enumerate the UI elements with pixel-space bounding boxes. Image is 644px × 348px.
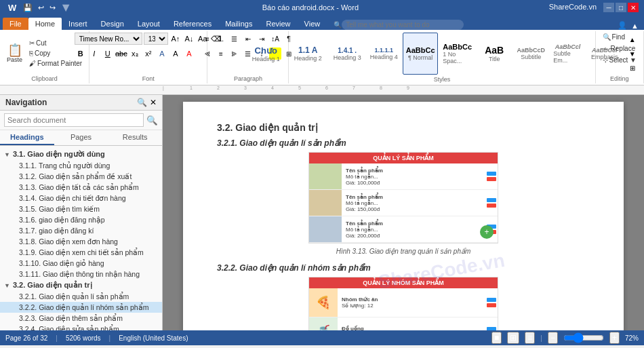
nav-title: Navigation xyxy=(5,98,47,107)
align-left-button[interactable]: ⫷ xyxy=(201,47,214,60)
view-print-button[interactable]: ■ xyxy=(491,332,502,344)
zoom-in-button[interactable]: + xyxy=(609,332,620,344)
nav-item-313[interactable]: 3.1.3. Giao diện tất cả các sản phẩm xyxy=(0,182,162,193)
italic-button[interactable]: I xyxy=(88,47,100,60)
nav-search-box: 🔍 xyxy=(0,111,162,130)
font-color-button[interactable]: A xyxy=(183,47,195,60)
nav-item-322[interactable]: 3.2.2. Giao diện quản lí nhóm sản phẩm xyxy=(0,302,162,313)
style-heading1[interactable]: Chưo Heading 1 xyxy=(245,33,286,75)
nav-item-314[interactable]: 3.1.4. Giao diện chi tiết đơn hàng xyxy=(0,193,162,204)
underline-button[interactable]: U xyxy=(102,47,114,60)
font-row1: Times New Ro... 13 A↑ A↓ Aa ⌫ xyxy=(75,33,222,45)
style-no-spacing[interactable]: AaBbCc 1 No Spac... xyxy=(439,33,475,75)
redo-button[interactable]: ↪ xyxy=(48,3,57,12)
font-name-select[interactable]: Times New Ro... xyxy=(75,33,142,45)
style-subtitle[interactable]: AaBbCcD Subtitle xyxy=(513,33,548,75)
style-normal[interactable]: AaBbCc ¶ Normal xyxy=(403,33,438,75)
ruler-mark: 8 xyxy=(380,85,382,90)
nav-close-icon[interactable]: ✕ xyxy=(150,98,157,107)
bold-button[interactable]: B xyxy=(75,47,87,60)
nav-item-318[interactable]: 3.1.8. Giao diện xem đơn hàng xyxy=(0,236,162,247)
minimize-button[interactable]: ─ xyxy=(603,3,614,12)
tab-layout[interactable]: Layout xyxy=(131,18,167,30)
nav-item-312[interactable]: 3.1.2. Giao diện sản phẩm đề xuất xyxy=(0,171,162,182)
nav-tab-pages[interactable]: Pages xyxy=(54,130,108,145)
nav-item-31[interactable]: ▼ 3.1. Giao diện người dùng xyxy=(0,149,162,160)
tab-mailings[interactable]: Mailings xyxy=(218,18,259,30)
tab-home[interactable]: Home xyxy=(28,18,62,30)
align-center-button[interactable]: ≡ xyxy=(215,47,227,60)
subscript-button[interactable]: x₂ xyxy=(129,47,141,60)
style-h3-preview: 1.4.1 . xyxy=(338,47,357,54)
nav-item-label: 3.1.4. Giao diện chi tiết đơn hàng xyxy=(19,194,126,202)
ribbon-search-input[interactable] xyxy=(342,20,464,30)
save-button[interactable]: 💾 xyxy=(22,3,34,12)
paste-button[interactable]: 📋 Paste xyxy=(4,43,25,64)
tab-file[interactable]: File xyxy=(3,18,28,30)
nav-item-324[interactable]: 3.2.4. Giao diện sửa sản phẩm xyxy=(0,324,162,330)
nav-item-3111[interactable]: 3.1.11. Giao diện thông tin nhận hàng xyxy=(0,269,162,279)
style-subtle-em[interactable]: AaBbCcl Subtle Em... xyxy=(550,33,586,75)
font-grow-button[interactable]: A↑ xyxy=(169,33,182,45)
nav-item-3110[interactable]: 3.1.10. Giao diện giỏ hàng xyxy=(0,258,162,269)
nav-search-icon[interactable]: 🔍 xyxy=(137,98,147,107)
maximize-button[interactable]: □ xyxy=(616,3,626,12)
nav-tab-headings[interactable]: Headings xyxy=(0,130,54,145)
zoom-out-button[interactable]: − xyxy=(548,332,558,344)
nav-item-323[interactable]: 3.2.3. Giao diện thêm sản phẩm xyxy=(0,313,162,324)
ruler: | 1 2 3 4 5 6 7 8 9 xyxy=(0,85,644,95)
style-heading3[interactable]: 1.4.1 . Heading 3 xyxy=(329,33,365,75)
style-heading2[interactable]: 1.1 A Heading 2 xyxy=(287,33,328,75)
status-bar: Page 26 of 32 | 5206 words | English (Un… xyxy=(0,330,644,345)
nav-item-321[interactable]: 3.2.1. Giao diện quản lí sản phẩm xyxy=(0,291,162,302)
nav-item-311[interactable]: 3.1.1. Trang chủ người dùng xyxy=(0,160,162,171)
multilevel-button[interactable]: ☰ xyxy=(228,33,241,45)
font-shrink-button[interactable]: A↓ xyxy=(183,33,195,45)
ribbon-collapse-icon[interactable]: ▲ xyxy=(631,22,639,30)
nav-search-input[interactable] xyxy=(4,113,144,127)
replace-button[interactable]: ↔ Replace xyxy=(600,44,639,53)
text-highlight-button[interactable]: A xyxy=(169,47,182,60)
tab-review[interactable]: Review xyxy=(260,18,298,30)
figure1-image: QUẢN LÝ SẢN PHẨM Tên sản phẩm Mô tả ngắn… xyxy=(308,152,498,244)
find-button[interactable]: 🔍 Find xyxy=(600,33,628,41)
view-web-button[interactable]: ⊞ xyxy=(507,332,519,344)
figure1-row2: Tên sản phẩm Mô tả ngắn... Giá: 150,000đ xyxy=(309,190,498,216)
strikethrough-button[interactable]: abc xyxy=(115,47,127,60)
nav-item-316[interactable]: 3.1.6. giao diện đăng nhập xyxy=(0,214,162,225)
styles-label: Styles xyxy=(434,75,451,83)
nav-search-submit[interactable]: 🔍 xyxy=(146,115,158,125)
view-read-button[interactable]: ≡ xyxy=(525,332,535,344)
bullets-button[interactable]: ≡ xyxy=(201,33,214,45)
nav-item-32[interactable]: ▼ 3.2. Giao diện quản trị xyxy=(0,279,162,291)
nav-tabs: Headings Pages Results xyxy=(0,130,162,146)
nav-content: ▼ 3.1. Giao diện người dùng 3.1.1. Trang… xyxy=(0,146,162,330)
document-area[interactable]: ShareCode.vn 3.2. Giao diện quản trị 3.2… xyxy=(163,95,644,330)
tab-design[interactable]: Design xyxy=(94,18,131,30)
style-heading4[interactable]: 1.1.1.1 Heading 4 xyxy=(366,33,401,75)
nav-item-label: 3.2.4. Giao diện sửa sản phẩm xyxy=(19,325,119,330)
select-button[interactable]: ⊹ Select ▼ xyxy=(600,56,639,64)
align-right-button[interactable]: ⫸ xyxy=(228,47,241,60)
style-title[interactable]: AaB Title xyxy=(477,33,512,75)
font-size-select[interactable]: 13 xyxy=(144,33,168,45)
ruler-inner: | 1 2 3 4 5 6 7 8 9 xyxy=(163,85,644,94)
zoom-slider[interactable] xyxy=(563,335,604,341)
numbering-button[interactable]: 1. xyxy=(215,33,227,45)
superscript-button[interactable]: x² xyxy=(142,47,155,60)
style-subtitle-label: Subtitle xyxy=(521,54,541,60)
undo-button[interactable]: ↩ xyxy=(37,3,45,12)
nav-item-315[interactable]: 3.1.5. Giao diện tìm kiếm xyxy=(0,204,162,214)
tab-references[interactable]: References xyxy=(167,18,218,30)
figure2-header: QUẢN LÝ NHÓM SẢN PHẨM xyxy=(309,277,498,288)
nav-item-319[interactable]: 3.1.9. Giao diện xem chi tiết sản phẩm xyxy=(0,247,162,258)
close-button[interactable]: ✕ xyxy=(628,3,639,12)
nav-item-317[interactable]: 3.1.7. giao diện đăng kí xyxy=(0,225,162,236)
ruler-mark: 9 xyxy=(407,85,409,90)
tab-insert[interactable]: Insert xyxy=(62,18,94,30)
nav-tab-results[interactable]: Results xyxy=(108,130,162,145)
sharecode-brand: ShareCode.vn xyxy=(549,3,597,12)
tab-view[interactable]: View xyxy=(298,18,327,30)
fig1-img3 xyxy=(309,216,342,242)
text-effect-button[interactable]: A xyxy=(156,47,168,60)
